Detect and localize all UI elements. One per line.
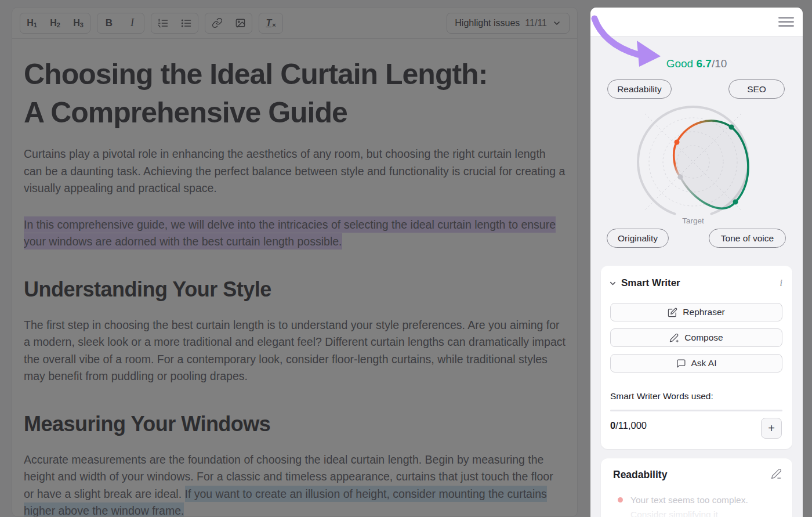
- issue-text-continued: Consider simplifying it: [601, 506, 792, 517]
- issue-text: Your text seems too complex.: [630, 494, 748, 506]
- gauge-dot-tone-of-voice: [733, 200, 738, 205]
- hamburger-menu-icon[interactable]: [778, 15, 794, 29]
- rephrase-pen-icon: [668, 308, 677, 317]
- compose-pen-icon: [669, 333, 679, 343]
- info-icon[interactable]: i: [780, 278, 782, 288]
- smart-writer-title: Smart Writer: [621, 277, 680, 289]
- ask-ai-label: Ask AI: [691, 358, 717, 368]
- gauge-dot-originality: [678, 175, 683, 180]
- edit-pencil-icon[interactable]: [771, 468, 782, 482]
- words-used-label: Smart Writer Words used:: [610, 391, 713, 402]
- compose-button[interactable]: Compose: [610, 328, 782, 347]
- chat-bubble-icon: [676, 359, 686, 368]
- words-limit: /11,000: [615, 420, 647, 431]
- smart-writer-header[interactable]: Smart Writer i: [601, 266, 792, 289]
- chevron-down-icon: [608, 279, 617, 288]
- compose-label: Compose: [684, 332, 723, 343]
- rephraser-label: Rephraser: [683, 307, 724, 317]
- ask-ai-button[interactable]: Ask AI: [610, 354, 782, 373]
- rephraser-button[interactable]: Rephraser: [610, 303, 782, 321]
- gauge-dot-readability: [675, 140, 680, 145]
- words-used-progress-bar: [610, 410, 782, 411]
- words-used-count: 0: [610, 420, 615, 431]
- issue-severity-dot: [618, 497, 623, 502]
- overall-score: Good 6.7/10: [590, 57, 803, 70]
- add-words-button[interactable]: +: [761, 418, 782, 439]
- readability-issue[interactable]: Your text seems too complex.: [601, 482, 792, 506]
- gauge-dot-seo: [729, 125, 734, 130]
- score-denominator: /10: [712, 57, 727, 70]
- smart-writer-card: Smart Writer i Rephraser Compose Ask AI …: [601, 266, 792, 449]
- panel-header: [590, 8, 803, 37]
- readability-title: Readability: [613, 469, 667, 481]
- score-label: Good: [666, 57, 693, 70]
- gauge-target-label: Target: [682, 216, 704, 225]
- words-used-value: 0/11,000: [610, 420, 647, 431]
- score-gauge-chart: Target: [590, 93, 803, 233]
- readability-header: Readability: [601, 458, 792, 482]
- seo-assistant-panel: Good 6.7/10 Readability SEO Originality …: [590, 8, 803, 517]
- score-value: 6.7: [696, 57, 711, 70]
- readability-card: Readability Your text seems too complex.…: [601, 458, 792, 517]
